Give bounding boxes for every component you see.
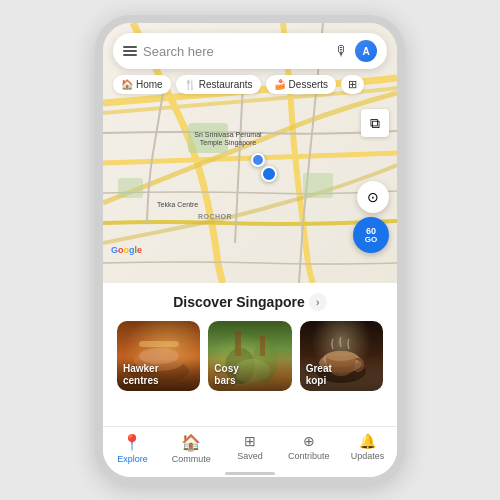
bottom-nav: 📍 Explore 🏠 Commute ⊞ Saved ⊕ Contribute… xyxy=(103,426,397,468)
nav-contribute[interactable]: ⊕ Contribute xyxy=(279,433,338,464)
svg-rect-1 xyxy=(303,173,333,198)
filter-more-button[interactable]: ⊞ xyxy=(341,75,364,94)
svg-rect-6 xyxy=(139,341,179,347)
go-button[interactable]: 60 GO xyxy=(353,217,389,253)
updates-nav-label: Updates xyxy=(351,451,385,461)
explore-nav-label: Explore xyxy=(117,454,148,464)
commute-nav-label: Commute xyxy=(172,454,211,464)
nav-commute[interactable]: 🏠 Commute xyxy=(162,433,221,464)
hawker-card-label-area: Hawker centres xyxy=(117,359,200,391)
search-bar[interactable]: Search here 🎙 A xyxy=(113,33,387,69)
restaurants-tab-icon: 🍴 xyxy=(184,79,196,90)
desserts-tab-icon: 🍰 xyxy=(274,79,286,90)
filter-tab-restaurants[interactable]: 🍴 Restaurants xyxy=(176,75,261,94)
cosy-card-label-area: Cosy bars xyxy=(208,359,291,391)
go-label: GO xyxy=(365,236,377,244)
map-area: Search here 🎙 A 🏠 Home 🍴 Restaurants 🍰 D… xyxy=(103,23,397,283)
great-card-label: Great kopi xyxy=(306,363,377,387)
temple-label: Sri Srinivasa Perumal Temple Singapore xyxy=(193,131,263,148)
nav-updates[interactable]: 🔔 Updates xyxy=(338,433,397,464)
location-button[interactable]: ⊙ xyxy=(357,181,389,213)
contribute-nav-icon: ⊕ xyxy=(303,433,315,449)
category-card-great[interactable]: Great kopi xyxy=(300,321,383,391)
filter-tab-home[interactable]: 🏠 Home xyxy=(113,75,171,94)
search-input[interactable]: Search here xyxy=(143,44,329,59)
great-card-label-area: Great kopi xyxy=(300,359,383,391)
menu-icon[interactable] xyxy=(123,46,137,56)
svg-rect-2 xyxy=(118,178,143,198)
saved-nav-icon: ⊞ xyxy=(244,433,256,449)
nav-saved[interactable]: ⊞ Saved xyxy=(221,433,280,464)
layers-button[interactable]: ⧉ xyxy=(361,109,389,137)
nav-explore[interactable]: 📍 Explore xyxy=(103,433,162,464)
cosy-card-label: Cosy bars xyxy=(214,363,285,387)
filter-tab-desserts[interactable]: 🍰 Desserts xyxy=(266,75,336,94)
category-cards: Hawker centres xyxy=(115,321,385,391)
discover-header: Discover Singapore › xyxy=(115,293,385,311)
map-pin-1 xyxy=(251,153,265,167)
updates-nav-icon: 🔔 xyxy=(359,433,376,449)
tekka-label: Tekka Centre xyxy=(157,201,198,209)
phone-frame: Search here 🎙 A 🏠 Home 🍴 Restaurants 🍰 D… xyxy=(95,15,405,485)
google-watermark: Google xyxy=(111,245,142,255)
bottom-content: Discover Singapore › xyxy=(103,283,397,477)
mic-icon[interactable]: 🎙 xyxy=(335,43,349,59)
svg-rect-11 xyxy=(260,336,265,356)
phone-home-indicator xyxy=(103,468,397,477)
explore-nav-icon: 📍 xyxy=(122,433,142,452)
discover-section: Discover Singapore › xyxy=(103,283,397,426)
map-pin-2 xyxy=(261,166,277,182)
rochor-label: ROCHOR xyxy=(198,213,232,221)
category-card-hawker[interactable]: Hawker centres xyxy=(117,321,200,391)
filter-tabs: 🏠 Home 🍴 Restaurants 🍰 Desserts ⊞ xyxy=(113,75,387,94)
category-card-cosy[interactable]: Cosy bars xyxy=(208,321,291,391)
discover-arrow-button[interactable]: › xyxy=(309,293,327,311)
svg-rect-10 xyxy=(235,331,241,356)
home-tab-icon: 🏠 xyxy=(121,79,133,90)
discover-title: Discover Singapore xyxy=(173,294,305,310)
saved-nav-label: Saved xyxy=(237,451,263,461)
home-indicator-bar xyxy=(225,472,275,475)
hawker-card-label: Hawker centres xyxy=(123,363,194,387)
account-icon[interactable]: A xyxy=(355,40,377,62)
commute-nav-icon: 🏠 xyxy=(181,433,201,452)
contribute-nav-label: Contribute xyxy=(288,451,330,461)
